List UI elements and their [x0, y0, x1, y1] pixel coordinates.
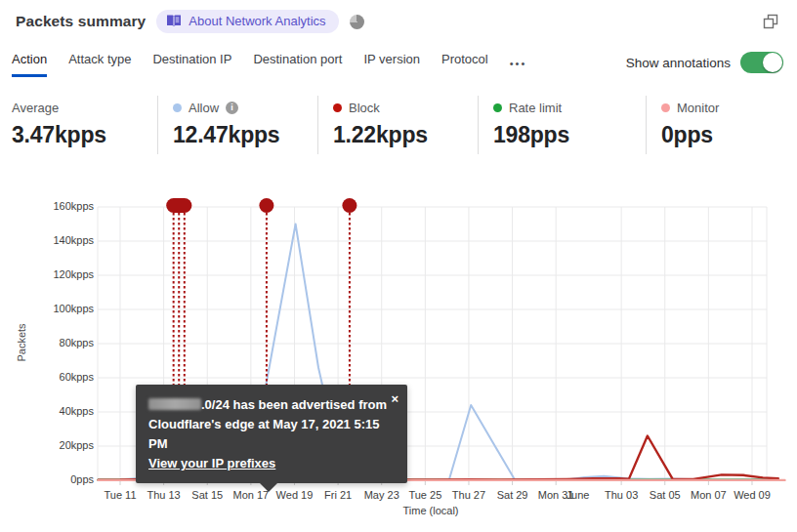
stat-value: 0pps: [661, 122, 719, 148]
redacted-ip-prefix: [148, 398, 201, 410]
tooltip-line2: Cloudflare's edge at May 17, 2021 5:15 P…: [148, 415, 395, 454]
packets-summary-panel: Packets summary About Network Analytics …: [0, 0, 797, 532]
tab-destination-ip[interactable]: Destination IP: [152, 52, 231, 77]
packets-chart: Packets Time (local) 0pps20kpps40kpps60k…: [0, 185, 797, 532]
about-network-analytics-badge[interactable]: About Network Analytics: [156, 10, 338, 33]
annotation-tooltip: × .0/24 has been advertised from Cloudfl…: [136, 385, 407, 483]
stat-label: Average: [12, 101, 59, 115]
sampling-pie-icon: [350, 15, 364, 29]
stats-row: Average 3.47kpps Allow i 12.47kpps Block…: [0, 94, 797, 158]
book-icon: [166, 15, 182, 27]
annotation-marker[interactable]: [259, 198, 273, 213]
allow-legend-dot: [173, 103, 182, 112]
tab-ip-version[interactable]: IP version: [363, 52, 420, 77]
header: Packets summary About Network Analytics: [16, 10, 364, 33]
tab-destination-port[interactable]: Destination port: [253, 52, 342, 77]
stat-label: Monitor: [677, 101, 719, 115]
stat-value: 198pps: [493, 122, 569, 148]
show-annotations-toggle[interactable]: [740, 52, 783, 73]
view-ip-prefixes-link[interactable]: View your IP prefixes: [148, 456, 275, 471]
stat-block: Block 1.22kpps: [333, 94, 428, 148]
stat-value: 1.22kpps: [333, 122, 428, 148]
tabs-bar: Action Attack type Destination IP Destin…: [12, 52, 526, 77]
stat-divider: [646, 96, 647, 154]
rate-limit-legend-dot: [493, 103, 502, 112]
tooltip-line1: .0/24 has been advertised from: [148, 395, 395, 415]
tabs-more-button[interactable]: •••: [510, 58, 527, 77]
tab-protocol[interactable]: Protocol: [441, 52, 488, 77]
stat-label: Allow: [189, 101, 219, 115]
stat-average: Average 3.47kpps: [12, 94, 106, 148]
stat-allow: Allow i 12.47kpps: [173, 94, 279, 148]
tab-attack-type[interactable]: Attack type: [68, 52, 131, 77]
annotation-marker[interactable]: [342, 198, 357, 213]
annotation-marker[interactable]: [166, 198, 191, 213]
stat-value: 12.47kpps: [173, 122, 279, 148]
stat-value: 3.47kpps: [12, 122, 106, 148]
page-title: Packets summary: [16, 13, 146, 30]
toggle-knob: [763, 53, 782, 72]
stat-label: Rate limit: [509, 101, 562, 115]
stat-rate-limit: Rate limit 198pps: [493, 94, 569, 148]
stat-label: Block: [349, 101, 380, 115]
stat-monitor: Monitor 0pps: [661, 94, 719, 148]
tooltip-close-icon[interactable]: ×: [391, 389, 398, 409]
info-icon[interactable]: i: [226, 102, 238, 114]
stat-divider: [478, 96, 479, 154]
stat-divider: [317, 96, 318, 154]
tab-action[interactable]: Action: [12, 52, 47, 77]
stat-divider: [157, 96, 158, 154]
monitor-legend-dot: [661, 103, 670, 112]
show-annotations-control: Show annotations: [626, 52, 783, 73]
about-badge-label: About Network Analytics: [189, 14, 325, 28]
open-in-new-window-icon[interactable]: [762, 13, 779, 30]
show-annotations-label: Show annotations: [626, 56, 731, 70]
block-legend-dot: [333, 103, 342, 112]
